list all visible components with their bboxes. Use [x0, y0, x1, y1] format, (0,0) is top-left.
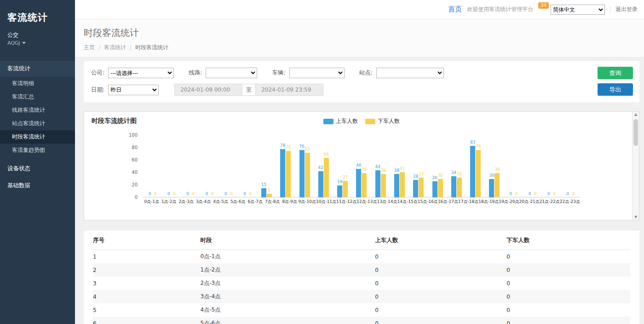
bar-value-label: 26 — [432, 175, 437, 180]
chart-bar-group: 1927 — [333, 135, 352, 197]
sidebar-item[interactable]: 站点客流统计 — [0, 117, 75, 130]
y-tick-label: 100 — [129, 133, 138, 138]
sidebar-item[interactable]: 客流统计 — [0, 61, 75, 77]
company-select[interactable]: ---请选择--- — [108, 68, 174, 78]
notification-badge[interactable]: 34 — [538, 2, 549, 9]
chart-bar-group: 8376 — [466, 135, 485, 197]
legend-item[interactable]: 上车人数 — [323, 117, 358, 125]
station-select[interactable] — [376, 68, 444, 78]
bar-value-label: 6 — [268, 188, 271, 192]
sidebar-item[interactable]: 客流量趋势图 — [0, 144, 75, 157]
page-title: 时段客流统计 — [84, 27, 635, 39]
chart-bar: 30 — [438, 179, 443, 198]
sidebar-item[interactable]: 客流汇总 — [0, 90, 75, 104]
x-axis-label: 21点-22点 — [540, 199, 560, 205]
chart-bar-group: 00 — [504, 135, 523, 197]
bar-value-label: 64 — [324, 152, 329, 156]
line-select[interactable] — [206, 68, 257, 78]
org-selector[interactable]: AQGJ — [0, 40, 75, 52]
bar-value-label: 32 — [419, 172, 424, 176]
org-name: 公交 — [0, 31, 75, 40]
sidebar-item[interactable]: 线路客流统计 — [0, 104, 75, 117]
table-cell: 2点-3点 — [201, 277, 375, 290]
scroll-up-icon[interactable]: ▲ — [634, 112, 637, 117]
bar-value-label: 78 — [280, 143, 285, 148]
bar-value-label: 0 — [149, 191, 151, 196]
bar-value-label: 19 — [337, 179, 342, 184]
chart-bar: 32 — [419, 178, 424, 197]
chart-plot: 020406080100 000000000000156787576724264… — [143, 135, 580, 205]
breadcrumb-separator: / — [98, 45, 100, 51]
legend-label: 下车人数 — [378, 117, 400, 125]
date-to-input[interactable]: 2024-01-09 23:59 — [255, 84, 323, 96]
page-head: 时段客流统计 主页/客流统计/时段客流统计 — [75, 19, 644, 58]
chart-bar: 34 — [451, 176, 456, 197]
bar-value-label: 0 — [211, 191, 214, 196]
vehicle-label: 车辆: — [272, 69, 285, 77]
chart-bar-group: 00 — [162, 135, 181, 197]
scroll-thumb[interactable] — [633, 119, 638, 146]
chart-bar-group: 156 — [257, 135, 276, 197]
chart-bar: 38 — [394, 174, 399, 197]
sidebar: 客流统计 公交 AQGJ 客流统计客流明细客流汇总线路客流统计站点客流统计时段客… — [0, 0, 75, 324]
bar-value-label: 0 — [186, 191, 189, 196]
sidebar-item[interactable]: 基础数据 — [0, 178, 75, 194]
table-cell: 2 — [93, 263, 201, 277]
chart-bar: 75 — [286, 151, 291, 197]
bar-value-label: 0 — [509, 191, 512, 196]
date-filter: 日期: 昨日 — [91, 85, 159, 95]
x-axis-label: 16点-17点 — [438, 199, 458, 205]
y-tick-label: 80 — [132, 145, 138, 150]
table-cell: 3点-4点 — [201, 290, 375, 303]
bar-value-label: 38 — [380, 168, 385, 173]
chart-bar: 46 — [356, 169, 361, 197]
table-row: 65点-6点00 — [93, 317, 630, 324]
table-cell: 5 — [93, 303, 201, 317]
chart-bar: 44 — [375, 170, 380, 197]
x-axis-label: 8点-9点 — [281, 199, 299, 205]
bar-value-label: 44 — [375, 164, 380, 169]
breadcrumb-item[interactable]: 主页 — [84, 44, 95, 52]
chart-bar: 28 — [413, 180, 418, 197]
date-from-input[interactable]: 2024-01-09 00:00 — [174, 84, 242, 96]
breadcrumb-item[interactable]: 时段客流统计 — [135, 44, 168, 52]
scroll-down-icon[interactable]: ▼ — [634, 215, 637, 220]
app-brand: 客流统计 — [0, 0, 75, 31]
sidebar-item[interactable]: 客流明细 — [0, 77, 75, 90]
chart-bar-group: 00 — [181, 135, 200, 197]
bar-value-label: 0 — [547, 191, 550, 196]
export-button[interactable]: 导出 — [598, 83, 633, 96]
bar-value-label: 30 — [489, 173, 494, 178]
home-link[interactable]: 首页 — [448, 5, 462, 14]
x-axis-label: 7点-8点 — [264, 199, 282, 205]
bar-value-label: 32 — [457, 172, 462, 176]
table-cell: 0 — [375, 303, 506, 317]
chart-bar-group: 00 — [219, 135, 238, 197]
chart-scrollbar[interactable]: ▲ ▼ — [632, 112, 639, 220]
bar-value-label: 15 — [261, 182, 266, 187]
bar-value-label: 0 — [167, 191, 170, 196]
language-select[interactable]: 简体中文 — [551, 5, 605, 15]
table-cell: 1 — [93, 250, 201, 264]
query-button[interactable]: 查询 — [598, 67, 633, 79]
company-filter: 公司: ---请选择--- — [91, 68, 174, 78]
chart-groups: 0000000000001567875767242641927463944383… — [143, 135, 580, 197]
table-row: 54点-5点00 — [93, 303, 630, 317]
table-cell: 0 — [506, 290, 630, 303]
breadcrumb-item[interactable]: 客流统计 — [104, 44, 126, 52]
bar-value-label: 0 — [534, 191, 537, 196]
table-cell: 5点-6点 — [201, 317, 375, 324]
sidebar-item[interactable]: 时段客流统计 — [0, 130, 75, 144]
chart-bar-group: 4639 — [352, 135, 371, 197]
chart-bar: 72 — [305, 153, 310, 197]
logout-link[interactable]: 退出登录 — [615, 6, 638, 13]
sidebar-item[interactable]: 设备状态 — [0, 161, 75, 177]
vehicle-select[interactable] — [289, 68, 345, 78]
chart-bar-group: 7875 — [276, 135, 295, 197]
table-row: 10点-1点00 — [93, 250, 630, 264]
table-cell: 0 — [506, 263, 630, 277]
date-preset-select[interactable]: 昨日 — [108, 85, 159, 95]
legend-item[interactable]: 下车人数 — [365, 117, 400, 125]
bar-value-label: 38 — [394, 168, 399, 173]
bar-value-label: 34 — [451, 170, 456, 175]
